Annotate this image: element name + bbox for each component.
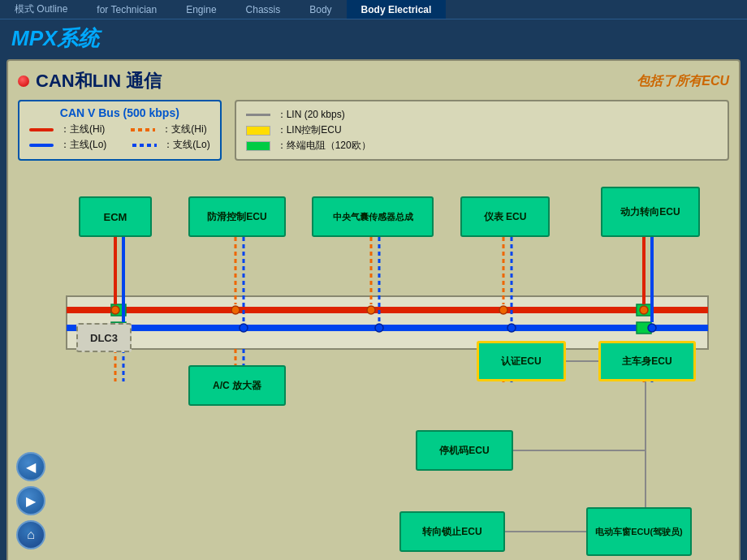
forward-button[interactable]: ▶ bbox=[16, 486, 45, 515]
dlc3-box[interactable]: DLC3 bbox=[76, 323, 132, 352]
airbag-label: 中央气囊传感器总成 bbox=[333, 211, 413, 223]
abs-label: 防滑控制ECU bbox=[207, 210, 266, 224]
airbag-box[interactable]: 中央气囊传感器总成 bbox=[312, 196, 434, 237]
section-header: CAN和LIN 通信 包括了所有ECU bbox=[18, 69, 729, 93]
dlc3-label: DLC3 bbox=[90, 332, 118, 344]
back-icon: ◀ bbox=[26, 459, 36, 475]
green-box-icon bbox=[246, 141, 270, 151]
meter-dot-blue bbox=[507, 324, 516, 332]
abs-dot-blue bbox=[240, 324, 248, 332]
home-button[interactable]: ⌂ bbox=[16, 520, 45, 549]
nav-item-body-electrical[interactable]: Body Electrical bbox=[347, 0, 447, 19]
steer-lock-label: 转向锁止ECU bbox=[422, 525, 481, 539]
immob-label: 停机码ECU bbox=[439, 444, 489, 458]
nav-item-chassis[interactable]: Chassis bbox=[231, 0, 296, 19]
legend-label-main-lo: ：主线(Lo) bbox=[60, 138, 106, 152]
auth-label: 认证ECU bbox=[501, 355, 541, 368]
legend-row-main-hi: ：主线(Hi) ：支线(Hi) bbox=[29, 123, 210, 136]
meter-box[interactable]: 仪表 ECU bbox=[460, 196, 550, 237]
forward-icon: ▶ bbox=[26, 493, 36, 509]
meter-dot-orange bbox=[499, 306, 507, 314]
ecm-box[interactable]: ECM bbox=[79, 196, 152, 237]
main-content: CAN和LIN 通信 包括了所有ECU CAN V Bus (500 kbps)… bbox=[6, 59, 741, 560]
legend-label-lin: ：LIN (20 kbps) bbox=[277, 108, 345, 122]
ac-box[interactable]: A/C 放大器 bbox=[188, 365, 286, 406]
legend-label-main-hi: ：主线(Hi) bbox=[60, 123, 105, 136]
legend-row-main-lo: ：主线(Lo) ：支线(Lo) bbox=[29, 138, 210, 152]
section-title-group: CAN和LIN 通信 bbox=[18, 69, 162, 93]
bus-blue-line bbox=[67, 325, 708, 331]
section-subtitle: 包括了所有ECU bbox=[637, 73, 729, 90]
legend-left: CAN V Bus (500 kbps) ：主线(Hi) ：支线(Hi) ：主线… bbox=[18, 100, 222, 161]
ecm-label: ECM bbox=[104, 211, 127, 223]
airbag-dot-orange bbox=[367, 306, 375, 314]
abs-box[interactable]: 防滑控制ECU bbox=[188, 196, 286, 237]
body-label: 主车身ECU bbox=[622, 355, 671, 368]
airbag-dot-blue bbox=[375, 324, 383, 332]
bus-red-line bbox=[67, 307, 708, 313]
legend-row-lin: ：LIN (20 kbps) bbox=[246, 108, 718, 122]
home-icon: ⌂ bbox=[27, 528, 35, 542]
yellow-box-icon bbox=[246, 126, 270, 136]
eps-label: 动力转向ECU bbox=[620, 205, 680, 219]
auth-box[interactable]: 认证ECU bbox=[477, 341, 566, 381]
steer-lock-box[interactable]: 转向锁止ECU bbox=[399, 511, 505, 552]
blue-solid-line-icon bbox=[29, 144, 54, 147]
legend-label-lin-ecu: ：LIN控制ECU bbox=[277, 123, 342, 137]
legend-right: ：LIN (20 kbps) ：LIN控制ECU ：终端电阻（120欧） bbox=[235, 100, 729, 161]
red-solid-line-icon bbox=[29, 128, 54, 131]
diagram-area: ECM 防滑控制ECU 中央气囊传感器总成 仪表 ECU 动力转向ECU DLC… bbox=[18, 170, 729, 519]
top-navigation: 模式 Outline for Technician Engine Chassis… bbox=[0, 0, 747, 19]
eps-dot-orange bbox=[640, 306, 648, 314]
window-box[interactable]: 电动车窗ECU(驾驶员) bbox=[586, 507, 692, 556]
eps-box[interactable]: 动力转向ECU bbox=[601, 187, 700, 237]
ac-label: A/C 放大器 bbox=[213, 379, 261, 393]
legend-row-terminator: ：终端电阻（120欧） bbox=[246, 139, 718, 153]
legend-label-terminator: ：终端电阻（120欧） bbox=[277, 139, 371, 153]
body-box[interactable]: 主车身ECU bbox=[598, 341, 696, 381]
ecm-dot-orange bbox=[111, 306, 119, 314]
nav-item-body[interactable]: Body bbox=[295, 0, 346, 19]
title-area: MPX系统 bbox=[0, 19, 747, 56]
window-label: 电动车窗ECU(驾驶员) bbox=[595, 526, 683, 538]
legend-label-branch-lo: ：支线(Lo) bbox=[163, 138, 209, 152]
nav-item-outline[interactable]: 模式 Outline bbox=[0, 0, 82, 19]
nav-buttons: ◀ ▶ ⌂ bbox=[16, 452, 45, 549]
immob-box[interactable]: 停机码ECU bbox=[416, 430, 513, 471]
app-title: MPX系统 bbox=[11, 24, 736, 53]
legend-row-lin-ecu: ：LIN控制ECU bbox=[246, 123, 718, 137]
section-title-text: CAN和LIN 通信 bbox=[36, 69, 162, 93]
nav-item-engine[interactable]: Engine bbox=[171, 0, 231, 19]
meter-label: 仪表 ECU bbox=[484, 210, 527, 224]
nav-item-technician[interactable]: for Technician bbox=[82, 0, 171, 19]
legend-label-branch-hi: ：支线(Hi) bbox=[162, 123, 206, 136]
gray-line-icon bbox=[246, 114, 270, 116]
back-button[interactable]: ◀ bbox=[16, 452, 45, 481]
orange-dashed-line-icon bbox=[131, 128, 155, 131]
legend-title: CAN V Bus (500 kbps) bbox=[29, 106, 210, 119]
eps-dot-blue bbox=[648, 324, 656, 332]
legend-area: CAN V Bus (500 kbps) ：主线(Hi) ：支线(Hi) ：主线… bbox=[18, 100, 729, 161]
red-dot-icon bbox=[18, 75, 29, 87]
blue-dashed-line-icon bbox=[132, 144, 157, 147]
abs-dot-orange bbox=[231, 306, 240, 314]
